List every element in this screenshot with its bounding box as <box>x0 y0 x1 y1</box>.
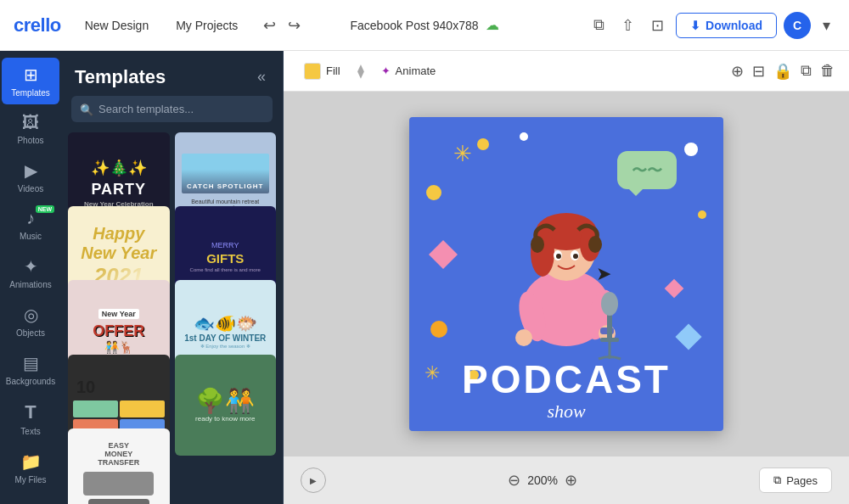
zoom-in-button[interactable]: ⊕ <box>565 471 577 490</box>
myfiles-icon: 📁 <box>20 451 42 472</box>
cloud-save-icon: ☁ <box>486 17 499 33</box>
fill-label: Fill <box>326 64 340 77</box>
card-decoration: 🐟🐠🐡 <box>194 313 257 333</box>
deco-circle <box>477 138 489 150</box>
fill-button[interactable]: Fill <box>297 59 347 83</box>
podcast-subtitle-container: show <box>409 400 723 423</box>
sparkle-icon: ✦ <box>381 64 391 77</box>
user-avatar[interactable]: C <box>784 12 811 39</box>
search-icon: 🔍 <box>80 103 93 115</box>
download-icon: ⬇ <box>690 19 700 32</box>
zoom-controls: ⊖ 200% ⊕ <box>508 471 577 490</box>
card-photo-cell <box>73 400 118 417</box>
new-design-button[interactable]: New Design <box>78 15 155 36</box>
svg-point-5 <box>531 236 544 253</box>
template-card[interactable]: EASYMONEYTRANSFER <box>68 428 170 504</box>
layers-icon[interactable]: ⊕ <box>731 62 744 81</box>
sidebar-item-texts[interactable]: T Texts <box>2 395 59 443</box>
main-layout: ⊞ Templates 🖼 Photos ▶ Videos NEW ♪ Musi… <box>0 51 849 504</box>
diamond-shape <box>665 279 684 299</box>
sidebar-item-label: Photos <box>17 136 43 145</box>
svg-point-17 <box>601 292 618 316</box>
deco-circle <box>698 210 706 219</box>
card-title: 1st DAY OF WINTER <box>184 333 266 343</box>
duplicate-icon[interactable]: ⧉ <box>801 62 812 80</box>
card-decoration: ✨🎄✨ <box>91 159 147 177</box>
redo-button[interactable]: ↪ <box>283 13 306 38</box>
photos-icon: 🖼 <box>22 113 39 132</box>
svg-point-9 <box>556 254 561 259</box>
topbar-right: ⧉ ⇧ ⊡ ⬇ Download C ▾ <box>588 12 835 39</box>
sidebar-item-label: Videos <box>18 184 43 193</box>
delete-icon[interactable]: 🗑 <box>820 62 835 80</box>
new-badge: NEW <box>36 205 54 213</box>
sidebar-item-backgrounds[interactable]: ▤ Backgrounds <box>2 346 59 393</box>
sun-decoration: ✳ <box>453 141 472 167</box>
sidebar-item-templates[interactable]: ⊞ Templates <box>2 58 59 104</box>
present-icon[interactable]: ⧉ <box>588 13 610 37</box>
canvas-bottom: ▶ ⊖ 200% ⊕ ⧉ Pages <box>284 456 849 504</box>
card-decoration <box>88 499 149 504</box>
document-title: Facebook Post 940x788 <box>351 19 479 32</box>
card-title: Happy <box>93 224 144 244</box>
undo-button[interactable]: ↩ <box>258 13 281 38</box>
podcast-subtitle-text: show <box>409 400 723 423</box>
zoom-out-button[interactable]: ⊖ <box>508 471 520 490</box>
user-menu-chevron[interactable]: ▾ <box>818 13 835 38</box>
pages-label: Pages <box>786 474 818 487</box>
sidebar-item-photos[interactable]: 🖼 Photos <box>2 106 59 152</box>
icon-sidebar: ⊞ Templates 🖼 Photos ▶ Videos NEW ♪ Musi… <box>0 51 61 504</box>
app-logo[interactable]: crello <box>14 14 61 36</box>
animate-button[interactable]: ✦ Animate <box>374 61 443 81</box>
objects-icon: ◎ <box>24 305 38 325</box>
music-icon: ♪ <box>26 209 35 228</box>
card-decoration: 🌳🧑‍🤝‍🧑 <box>195 387 255 415</box>
search-input[interactable] <box>71 96 273 122</box>
sidebar-item-label: Music <box>20 232 42 241</box>
search-bar: 🔍 <box>71 96 273 122</box>
card-header: MERRY <box>211 241 239 249</box>
sidebar-item-label: Backgrounds <box>6 377 55 386</box>
card-subtitle: Come find all there is and more <box>190 267 261 272</box>
sidebar-item-music[interactable]: NEW ♪ Music <box>2 202 59 248</box>
template-card[interactable]: 🌳🧑‍🤝‍🧑 ready to know more <box>175 355 277 456</box>
my-projects-button[interactable]: My Projects <box>169 15 245 36</box>
templates-grid: ✨🎄✨ PARTY New Year Celebration CATCH SPO… <box>61 132 283 504</box>
speech-squiggle-icon: 〜〜 <box>632 160 662 181</box>
templates-icon: ⊞ <box>24 64 38 85</box>
sidebar-item-videos[interactable]: ▶ Videos <box>2 154 59 200</box>
pages-button[interactable]: ⧉ Pages <box>759 468 832 493</box>
sidebar-item-animations[interactable]: ✦ Animations <box>2 249 59 296</box>
collapse-panel-button[interactable]: « <box>254 64 269 89</box>
canvas-main[interactable]: ➤ ✳ 〜〜 <box>284 92 849 456</box>
canvas-area: Fill ⧫ ✦ Animate ⊕ ⊟ 🔒 ⧉ 🗑 ➤ <box>284 51 849 504</box>
podcast-canvas: ✳ 〜〜 ✳ <box>409 117 723 431</box>
animate-label: Animate <box>396 64 436 77</box>
card-title: GIFTS <box>206 251 244 266</box>
sidebar-item-label: My Files <box>14 475 46 484</box>
card-subtitle: ❄ Enjoy the season ❄ <box>200 343 250 349</box>
backgrounds-icon: ▤ <box>23 353 39 373</box>
card-title: OFFER <box>93 322 144 340</box>
playback-controls: ▶ <box>301 468 326 493</box>
diamond-shape <box>675 323 701 350</box>
checker-icon: ⧫ <box>357 63 364 79</box>
download-button[interactable]: ⬇ Download <box>676 13 777 38</box>
texts-icon: T <box>25 401 36 423</box>
deco-circle <box>430 321 447 338</box>
panel-title: Templates <box>75 66 166 88</box>
align-icon[interactable]: ⊟ <box>752 62 765 81</box>
svg-point-13 <box>515 329 532 346</box>
card-decoration <box>83 472 154 496</box>
sidebar-item-objects[interactable]: ◎ Objects <box>2 298 59 344</box>
card-subtitle: New Year <box>81 244 156 263</box>
svg-point-10 <box>573 254 578 259</box>
document-title-area: Facebook Post 940x788 ☁ <box>351 17 499 33</box>
lock-icon[interactable]: 🔒 <box>773 62 792 81</box>
sidebar-item-myfiles[interactable]: 📁 My Files <box>2 445 59 491</box>
card-label: New Year <box>98 309 139 319</box>
play-button[interactable]: ▶ <box>301 468 326 493</box>
resize-icon[interactable]: ⊡ <box>646 13 669 38</box>
share-icon[interactable]: ⇧ <box>616 13 639 38</box>
topbar: crello New Design My Projects ↩ ↪ Facebo… <box>0 0 849 51</box>
